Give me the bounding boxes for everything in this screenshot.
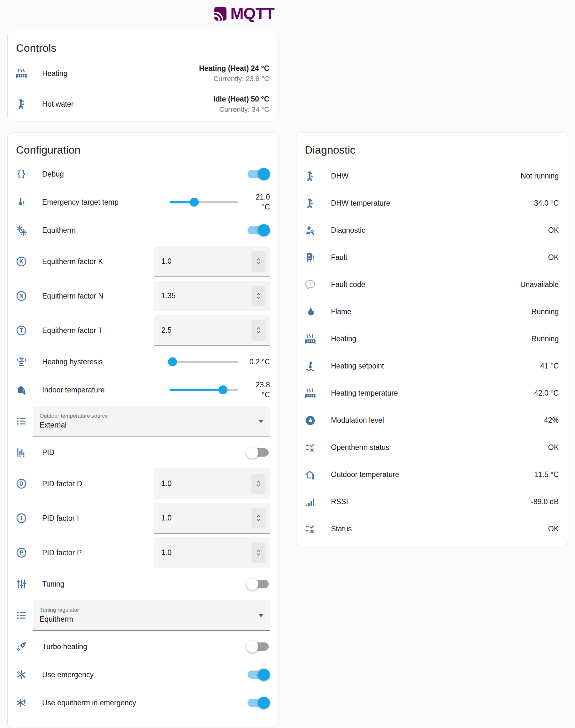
alpha-t-circle-icon: T — [15, 325, 28, 336]
stepper-buttons[interactable] — [251, 508, 266, 529]
diag-row-outdoor-temperature[interactable]: Outdoor temperature 11.5 °C — [297, 461, 568, 488]
number-input[interactable] — [161, 326, 219, 335]
config-row-outdoor-temperature-source: Outdoor temperature source External — [8, 404, 277, 438]
fire-circle-icon — [304, 415, 316, 426]
diag-row-fault[interactable]: Fault OK — [297, 244, 568, 271]
diag-row-status[interactable]: Status OK — [297, 515, 568, 543]
number-input[interactable] — [161, 292, 219, 300]
stepper-buttons[interactable] — [251, 286, 266, 306]
diag-value: 34.0 °C — [534, 199, 559, 208]
svg-text:T: T — [20, 327, 23, 334]
tuning-toggle[interactable] — [247, 580, 269, 588]
control-row-heating: Heating Heating (Heat) 24 °C Currently: … — [8, 58, 277, 89]
diag-row-rssi[interactable]: RSSI -89.0 dB — [297, 488, 568, 515]
stepper-buttons[interactable] — [251, 320, 266, 341]
number-input[interactable] — [161, 257, 219, 266]
diag-row-opentherm-status[interactable]: Opentherm status OK — [297, 434, 568, 461]
slider-value: 23.8 °C — [242, 380, 270, 400]
thermometer-alert-icon — [15, 196, 28, 208]
debug-toggle[interactable] — [247, 170, 269, 178]
diag-row-heating-setpoint[interactable]: Heating setpoint 41 °C — [297, 353, 568, 380]
diag-row-diagnostic[interactable]: Diagnostic OK — [297, 217, 568, 244]
diag-row-dhw-temperature[interactable]: DHW temperature 34.0 °C — [297, 190, 568, 217]
pid-factor-i-input[interactable] — [154, 503, 270, 534]
diag-value: OK — [548, 524, 559, 533]
diag-row-dhw[interactable]: DHW Not running — [297, 162, 568, 190]
number-input[interactable] — [161, 514, 219, 522]
config-row-equitherm: Equitherm — [8, 216, 277, 244]
alpha-n-circle-icon: N — [15, 290, 28, 302]
diag-value: 41 °C — [540, 362, 559, 370]
diag-row-modulation-level[interactable]: Modulation level 42% — [297, 407, 568, 434]
select-label: Outdoor temperature source — [40, 413, 253, 419]
alpha-k-circle-icon: K — [15, 256, 28, 267]
turbo-heating-toggle[interactable] — [247, 643, 269, 651]
controls-card: Controls Heating Heating (Heat) 24 °C Cu… — [7, 31, 277, 121]
emergency-target-temp-slider[interactable] — [170, 197, 238, 207]
pid-toggle[interactable] — [247, 448, 269, 457]
diagnostic-card: Diagnostic DHW Not running DHW temperatu… — [296, 133, 568, 546]
alpha-d-circle-icon: D — [15, 478, 28, 489]
config-row-debug: Debug — [8, 160, 277, 188]
diag-row-fault-code[interactable]: Fault code Unavailable — [297, 271, 568, 298]
config-row-use-equitherm-in-emergency: Use equitherm in emergency — [8, 689, 277, 717]
radiator-icon — [15, 68, 28, 79]
equitherm-factor-n-input[interactable] — [154, 281, 270, 311]
diag-row-heating-temperature[interactable]: Heating temperature 42.0 °C — [297, 380, 568, 407]
snowflake-off-icon — [15, 669, 28, 681]
list-bulleted-icon — [15, 415, 28, 427]
equitherm-factor-t-input[interactable] — [154, 315, 270, 346]
heating-hysteresis-slider[interactable] — [170, 357, 238, 367]
diag-row-heating[interactable]: Heating Running — [297, 325, 568, 353]
config-row-turbo-heating: Turbo heating — [8, 632, 277, 661]
dropdown-caret-icon — [259, 614, 264, 617]
pid-factor-p-input[interactable] — [154, 537, 270, 568]
diag-value: Not running — [521, 172, 559, 180]
diag-value: OK — [548, 443, 559, 452]
tuning-regulator-select[interactable]: Tuning regulator Equitherm — [33, 600, 270, 631]
hot-water-climate-state[interactable]: Idle (Heat) 50 °C Currently: 34 °C — [213, 94, 269, 114]
outdoor-temperature-source-select[interactable]: Outdoor temperature source External — [33, 406, 270, 436]
svg-text:K: K — [20, 258, 24, 265]
hysteresis-icon — [15, 356, 28, 367]
number-input[interactable] — [161, 479, 219, 488]
alpha-i-circle-icon: I — [15, 512, 28, 524]
equitherm-toggle[interactable] — [247, 226, 269, 234]
controls-card-title: Controls — [16, 42, 269, 54]
select-value: External — [40, 421, 253, 430]
diag-value: -89.0 dB — [531, 498, 559, 506]
config-row-emergency-target-temp: Emergency target temp 21.0 °C — [8, 188, 277, 216]
svg-text:D: D — [20, 480, 24, 487]
diag-value: OK — [548, 253, 559, 262]
radiator-icon — [304, 388, 316, 399]
diagnostic-list: DHW Not running DHW temperature 34.0 °C … — [297, 160, 568, 543]
stepper-buttons[interactable] — [251, 543, 266, 563]
stepper-buttons[interactable] — [251, 474, 266, 494]
chart-bars-icon — [15, 447, 28, 458]
heating-climate-state[interactable]: Heating (Heat) 24 °C Currently: 23.8 °C — [199, 63, 269, 84]
diag-row-flame[interactable]: Flame Running — [297, 298, 568, 325]
home-thermometer-icon — [15, 384, 28, 396]
home-thermometer-outline-icon — [304, 469, 316, 480]
slider-value: 21.0 °C — [242, 192, 270, 212]
pid-factor-d-input[interactable] — [154, 468, 270, 499]
config-row-equitherm-factor-t: T Equitherm factor T — [8, 313, 277, 348]
list-status-icon — [304, 442, 316, 453]
radiator-icon — [304, 333, 316, 345]
config-row-tuning-regulator: Tuning regulator Equitherm — [8, 598, 277, 632]
snowflake-alert-icon — [15, 697, 28, 708]
diag-value: Unavailable — [520, 280, 559, 289]
equitherm-factor-k-input[interactable] — [154, 246, 270, 277]
diagnostic-card-title: Diagnostic — [305, 144, 560, 156]
number-input[interactable] — [161, 548, 219, 557]
climate-state-line: Idle (Heat) 50 °C — [213, 94, 269, 104]
control-label: Heating — [42, 69, 67, 78]
climate-state-line: Heating (Heat) 24 °C — [199, 63, 269, 74]
stepper-buttons[interactable] — [251, 251, 266, 272]
use-equitherm-in-emergency-toggle[interactable] — [247, 699, 269, 707]
use-emergency-toggle[interactable] — [247, 670, 269, 679]
control-row-hot-water: Hot water Idle (Heat) 50 °C Currently: 3… — [8, 89, 277, 119]
indoor-temperature-slider[interactable] — [170, 385, 238, 395]
diag-value: Running — [531, 335, 559, 343]
select-value: Equitherm — [40, 615, 253, 624]
